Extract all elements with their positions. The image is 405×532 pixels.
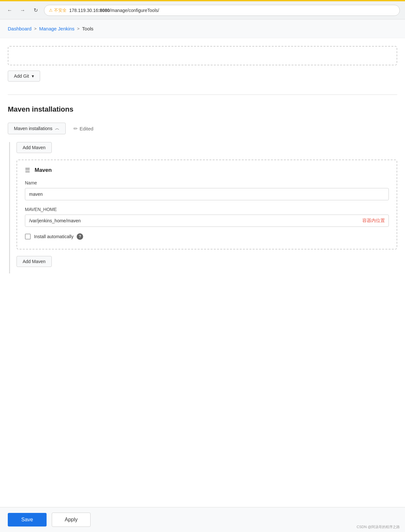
name-input[interactable]: [25, 188, 389, 200]
refresh-button[interactable]: ↻: [31, 6, 40, 15]
main-content: Add Git ▾ Maven installations Maven inst…: [0, 46, 405, 273]
section-divider: [8, 94, 397, 95]
pencil-icon: ✏: [73, 126, 78, 132]
url-host: 178.119.30.16: [69, 8, 98, 13]
apply-button[interactable]: Apply: [52, 513, 91, 527]
help-icon[interactable]: ?: [77, 233, 83, 240]
name-field: Name: [25, 180, 389, 200]
name-label: Name: [25, 180, 389, 185]
breadcrumb-tools: Tools: [82, 26, 93, 31]
forward-button[interactable]: →: [18, 6, 27, 15]
edited-label: Edited: [80, 126, 93, 131]
save-button[interactable]: Save: [8, 513, 47, 526]
back-button[interactable]: ←: [5, 6, 14, 15]
maven-installations-toggle[interactable]: Maven installations ︿: [8, 123, 66, 134]
chevron-up-icon: ︿: [55, 126, 60, 131]
install-auto-label: Install automatically: [34, 234, 73, 239]
breadcrumb-dashboard[interactable]: Dashboard: [8, 26, 31, 31]
installations-content: Add Maven ☰ Maven Name MAVEN_HOME: [9, 142, 397, 273]
breadcrumb-sep-2: >: [77, 26, 80, 31]
add-maven-top-button[interactable]: Add Maven: [16, 142, 52, 153]
security-warning: ⚠ 不安全: [49, 7, 67, 13]
add-maven-bottom-button[interactable]: Add Maven: [16, 256, 52, 267]
page-content: Dashboard > Manage Jenkins > Tools Add G…: [0, 19, 405, 531]
drag-handle-icon[interactable]: ☰: [25, 167, 30, 174]
edited-badge: ✏ Edited: [73, 126, 93, 132]
maven-item-header: ☰ Maven: [25, 167, 389, 174]
add-git-button[interactable]: Add Git ▾: [8, 71, 40, 82]
maven-home-wrapper: 容器内位置: [25, 215, 389, 227]
install-auto-row: Install automatically ?: [25, 233, 389, 240]
browser-bar: ← → ↻ ⚠ 不安全 178.119.30.16:8080/manage/co…: [0, 1, 405, 19]
maven-home-hint: 容器内位置: [362, 218, 385, 224]
security-label: 不安全: [54, 7, 67, 13]
add-maven-top-label: Add Maven: [23, 145, 46, 150]
url-path: /manage/configureTools/: [110, 8, 159, 13]
add-git-label: Add Git: [14, 73, 29, 79]
install-auto-checkbox[interactable]: [25, 234, 31, 239]
installations-header: Maven installations ︿ ✏ Edited: [8, 123, 397, 134]
breadcrumb-sep-1: >: [34, 26, 37, 31]
breadcrumb-manage-jenkins[interactable]: Manage Jenkins: [39, 26, 74, 31]
maven-home-field: MAVEN_HOME 容器内位置: [25, 207, 389, 227]
maven-item-box: ☰ Maven Name MAVEN_HOME 容器内位置: [16, 160, 397, 249]
breadcrumb: Dashboard > Manage Jenkins > Tools: [0, 19, 405, 38]
url-text: 178.119.30.16:8080/manage/configureTools…: [69, 8, 159, 13]
address-bar[interactable]: ⚠ 不安全 178.119.30.16:8080/manage/configur…: [44, 5, 400, 16]
maven-item-title: Maven: [35, 167, 52, 173]
maven-section-title: Maven installations: [8, 105, 397, 114]
chevron-down-icon: ▾: [32, 73, 34, 79]
bottom-bar: Save Apply: [0, 507, 405, 532]
maven-home-input[interactable]: [25, 215, 389, 227]
warning-icon: ⚠: [49, 8, 53, 13]
add-maven-bottom-label: Add Maven: [23, 259, 46, 264]
toggle-label: Maven installations: [14, 126, 52, 131]
url-port: :8080: [98, 8, 110, 13]
git-section-box: [8, 46, 397, 65]
csdn-watermark: CSDN @阿汤哥的程序之路: [357, 525, 400, 529]
maven-home-label: MAVEN_HOME: [25, 207, 389, 212]
